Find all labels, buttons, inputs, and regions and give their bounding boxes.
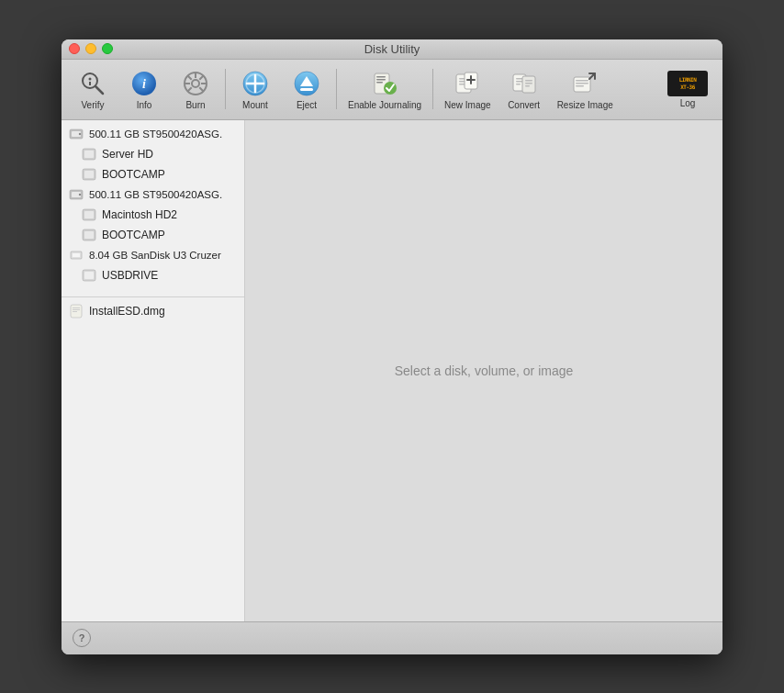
log-icon: LIRNINXT-36	[667, 71, 708, 96]
disk-1-icon	[69, 127, 84, 141]
disk-1-label: 500.11 GB ST9500420ASG.	[89, 129, 222, 140]
svg-line-14	[199, 87, 203, 91]
usb-disk-icon	[69, 248, 84, 263]
help-button[interactable]: ?	[73, 629, 91, 647]
detail-pane: Select a disk, volume, or image	[245, 120, 722, 621]
enable-journaling-button[interactable]: Enable Journaling	[342, 65, 427, 114]
mount-icon	[241, 69, 270, 98]
svg-rect-53	[84, 171, 94, 178]
disk-2-icon	[69, 187, 84, 202]
disk-2-label: 500.11 GB ST9500420ASG.	[89, 189, 222, 200]
svg-rect-62	[73, 253, 80, 257]
svg-rect-45	[576, 85, 584, 87]
log-label: Log	[680, 98, 696, 108]
volume-macintosh-hd2-label: Macintosh HD2	[102, 208, 177, 221]
svg-rect-21	[300, 88, 313, 91]
close-button[interactable]	[69, 43, 80, 54]
svg-line-1	[95, 86, 103, 94]
volume-bootcamp-2-label: BOOTCAMP	[102, 229, 165, 241]
eject-button[interactable]: Eject	[283, 65, 330, 114]
svg-rect-42	[574, 77, 590, 92]
verify-label: Verify	[81, 100, 104, 110]
burn-label: Burn	[185, 100, 205, 110]
svg-text:i: i	[142, 77, 146, 91]
help-label: ?	[79, 632, 85, 643]
detail-placeholder: Select a disk, volume, or image	[395, 363, 574, 378]
maximize-button[interactable]	[102, 43, 113, 54]
volume-3-icon	[82, 207, 96, 222]
svg-rect-43	[576, 80, 588, 82]
svg-point-56	[79, 193, 81, 195]
titlebar: Disk Utility	[62, 39, 722, 60]
volume-2-icon	[82, 167, 96, 182]
convert-icon	[510, 69, 539, 98]
new-image-icon	[453, 69, 482, 98]
volume-5-icon	[82, 268, 96, 283]
svg-point-7	[192, 80, 199, 87]
svg-line-12	[199, 75, 203, 79]
svg-rect-51	[84, 151, 94, 158]
toolbar: Verify i Info	[62, 60, 722, 120]
volume-usbdrive[interactable]: USBDRIVE	[62, 265, 244, 285]
svg-rect-60	[84, 231, 94, 239]
svg-rect-67	[73, 309, 80, 310]
toolbar-sep-3	[432, 69, 433, 109]
mount-button[interactable]: Mount	[231, 65, 279, 114]
new-image-button[interactable]: New Image	[439, 65, 497, 114]
convert-button[interactable]: Convert	[500, 65, 548, 114]
status-bar: ?	[62, 621, 722, 654]
svg-line-13	[188, 87, 192, 91]
usb-disk-label: 8.04 GB SanDisk U3 Cruzer	[89, 250, 221, 261]
svg-point-2	[89, 77, 92, 80]
image-installesd[interactable]: InstallESD.dmg	[62, 301, 244, 321]
burn-button[interactable]: Burn	[172, 65, 219, 114]
info-button[interactable]: i Info	[120, 65, 168, 114]
log-button[interactable]: LIRNINXT-36 Log	[660, 67, 715, 112]
svg-rect-66	[73, 307, 80, 308]
svg-rect-38	[522, 76, 535, 93]
disk-2[interactable]: 500.11 GB ST9500420ASG.	[62, 184, 244, 205]
eject-icon	[292, 69, 321, 98]
traffic-lights	[69, 43, 113, 54]
resize-image-button[interactable]: Resize Image	[552, 65, 619, 114]
volume-server-hd-label: Server HD	[102, 148, 153, 161]
resize-image-icon	[570, 69, 599, 98]
volume-usbdrive-label: USBDRIVE	[102, 269, 158, 282]
info-label: Info	[137, 100, 152, 110]
burn-icon	[181, 69, 210, 98]
svg-rect-44	[576, 83, 588, 84]
svg-line-11	[188, 75, 192, 79]
toolbar-sep-2	[336, 69, 337, 109]
volume-bootcamp-1[interactable]: BOOTCAMP	[62, 164, 244, 184]
svg-rect-68	[73, 311, 77, 312]
resize-image-label: Resize Image	[557, 100, 613, 110]
window-title: Disk Utility	[364, 42, 420, 56]
svg-rect-58	[84, 211, 94, 218]
svg-rect-40	[525, 83, 532, 84]
convert-label: Convert	[508, 100, 540, 110]
svg-point-49	[79, 132, 81, 134]
mount-label: Mount	[242, 100, 268, 110]
minimize-button[interactable]	[85, 43, 96, 54]
disk-usb[interactable]: 8.04 GB SanDisk U3 Cruzer	[62, 245, 244, 265]
volume-server-hd[interactable]: Server HD	[62, 144, 244, 164]
volume-1-icon	[82, 147, 96, 162]
svg-rect-39	[525, 80, 532, 82]
volume-macintosh-hd2[interactable]: Macintosh HD2	[62, 205, 244, 225]
journaling-icon	[370, 69, 399, 98]
svg-rect-23	[376, 76, 386, 78]
dmg-icon	[69, 304, 84, 319]
svg-rect-37	[516, 84, 521, 85]
verify-button[interactable]: Verify	[69, 65, 117, 114]
eject-label: Eject	[297, 100, 317, 110]
svg-rect-24	[376, 79, 386, 81]
sidebar: 500.11 GB ST9500420ASG. Server HD	[62, 120, 245, 621]
volume-bootcamp-2[interactable]: BOOTCAMP	[62, 225, 244, 245]
volume-4-icon	[82, 228, 96, 242]
disk-1[interactable]: 500.11 GB ST9500420ASG.	[62, 124, 244, 144]
svg-rect-25	[376, 82, 383, 84]
new-image-label: New Image	[444, 100, 491, 110]
volume-bootcamp-1-label: BOOTCAMP	[102, 168, 165, 181]
svg-rect-64	[84, 272, 94, 279]
image-installesd-label: InstallESD.dmg	[89, 305, 165, 318]
